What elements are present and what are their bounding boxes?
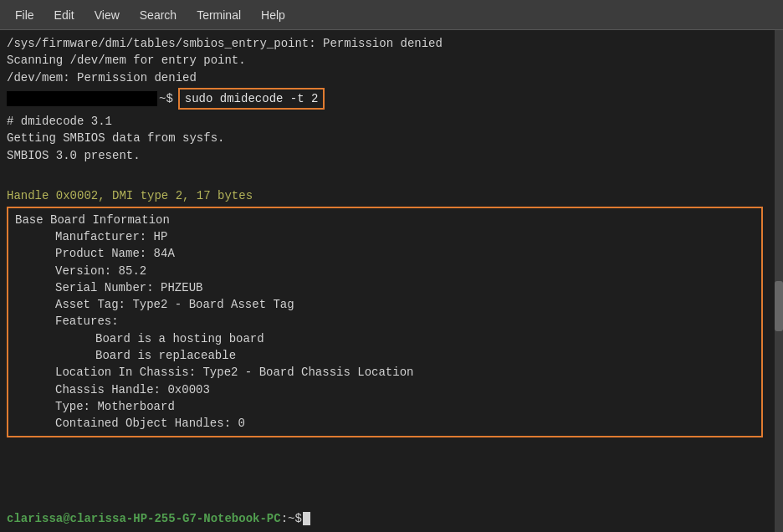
command-line: ~$ sudo dmidecode -t 2 [7,88,776,110]
location-line: Location In Chassis: Type2 - Board Chass… [15,364,755,381]
smbios-data-line: Getting SMBIOS data from sysfs. [7,130,776,146]
board-info-block: Base Board Information Manufacturer: HP … [7,207,763,437]
scan-line: Scanning /dev/mem for entry point. [7,52,776,69]
handle-line: Handle 0x0002, DMI type 2, 17 bytes [7,187,776,204]
search-menu[interactable]: Search [131,5,185,25]
contained-line: Contained Object Handles: 0 [15,415,755,432]
prompt-path: :~$ [281,510,302,527]
view-menu[interactable]: View [86,5,128,25]
perm-line-1: /sys/firmware/dmi/tables/smbios_entry_po… [7,35,776,52]
prompt-user: clarissa@clarissa-HP-255-G7-Notebook-PC [7,510,281,527]
cursor [303,512,310,525]
help-menu[interactable]: Help [253,5,294,25]
manufacturer-line: Manufacturer: HP [15,228,755,245]
chassis-handle-line: Chassis Handle: 0x0003 [15,381,755,398]
dmidecode-ver-line: # dmidecode 3.1 [7,113,776,130]
product-name-line: Product Name: 84A [15,245,755,262]
edit-menu[interactable]: Edit [46,5,83,25]
hidden-prompt [7,91,157,106]
empty-line-1 [7,171,776,187]
version-line: Version: 85.2 [15,263,755,279]
command-highlight: sudo dmidecode -t 2 [178,88,325,110]
terminal-menu[interactable]: Terminal [188,5,249,25]
feature1-line: Board is a hosting board [15,330,755,347]
smbios-present-line: SMBIOS 3.0 present. [7,147,776,164]
perm-line-2: /dev/mem: Permission denied [7,69,776,86]
features-line: Features: [15,313,755,330]
scrollbar-thumb[interactable] [775,281,783,331]
scrollbar-track[interactable] [775,30,783,532]
terminal[interactable]: /sys/firmware/dmi/tables/smbios_entry_po… [0,30,783,532]
serial-number-line: Serial Number: PHZEUB [15,279,755,296]
feature2-line: Board is replaceable [15,347,755,364]
menubar: File Edit View Search Terminal Help [0,0,783,30]
type-line: Type: Motherboard [15,398,755,415]
asset-tag-line: Asset Tag: Type2 - Board Asset Tag [15,296,755,313]
base-board-line: Base Board Information [15,212,755,228]
prompt-tilde: ~$ [159,90,173,107]
file-menu[interactable]: File [7,5,43,25]
prompt-bar: clarissa@clarissa-HP-255-G7-Notebook-PC … [7,510,310,527]
